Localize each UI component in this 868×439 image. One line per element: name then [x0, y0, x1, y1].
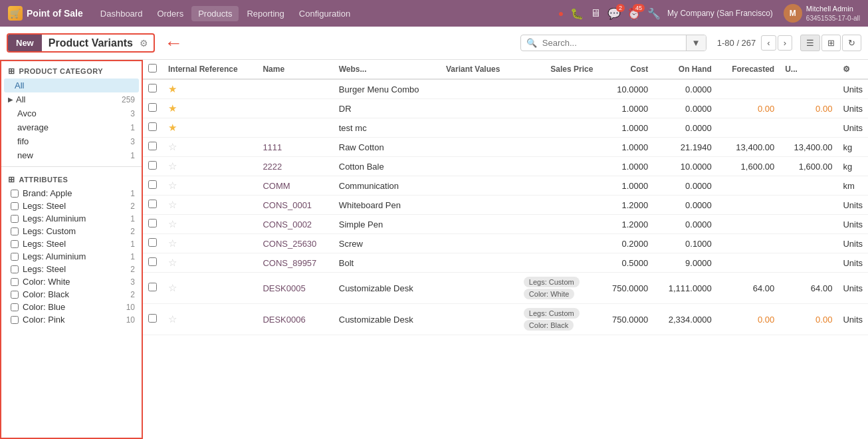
user-name: Mitchell Admin	[806, 4, 860, 13]
star-empty-icon[interactable]: ☆	[168, 141, 177, 152]
cost-cell: 0.0000	[653, 215, 717, 234]
row-checkbox[interactable]	[148, 314, 157, 323]
row-checkbox[interactable]	[148, 84, 157, 92]
price-cell: 1.0000	[598, 157, 653, 176]
star-cell[interactable]: ☆	[163, 176, 257, 196]
row-checkbox[interactable]	[148, 103, 157, 112]
bug-icon[interactable]: 🐛	[570, 7, 584, 20]
star-cell[interactable]: ☆	[163, 234, 257, 253]
monitor-icon[interactable]: 🖥	[590, 7, 601, 19]
star-cell[interactable]: ☆	[163, 253, 257, 273]
filter-legs-steel-2[interactable]: Legs: Steel 1	[1, 237, 142, 250]
search-dropdown-button[interactable]: ▼	[686, 35, 706, 51]
filter-label: Legs: Steel	[23, 201, 66, 211]
nav-orders[interactable]: Orders	[150, 6, 190, 21]
col-onhand[interactable]: On Hand	[653, 60, 717, 79]
wrench-icon[interactable]: 🔧	[647, 7, 661, 20]
ref-cell: DESK0006	[257, 304, 333, 335]
ref-cell: CONS_0002	[257, 215, 333, 234]
star-empty-icon[interactable]: ☆	[168, 218, 177, 229]
nav-dashboard[interactable]: Dashboard	[94, 6, 150, 21]
row-checkbox[interactable]	[148, 122, 157, 131]
chat-icon[interactable]: 💬2	[607, 7, 621, 20]
col-settings[interactable]: ⚙	[837, 60, 868, 79]
star-cell[interactable]: ★	[163, 99, 257, 118]
sidebar-item-all-active[interactable]: All	[4, 78, 139, 92]
filter-color-white[interactable]: Color: White 3	[1, 275, 142, 288]
col-unit[interactable]: U...	[780, 60, 837, 79]
star-filled-icon[interactable]: ★	[168, 122, 177, 133]
row-checkbox[interactable]	[148, 283, 157, 291]
filter-legs-custom[interactable]: Legs: Custom 2	[1, 225, 142, 237]
item-count: 259	[122, 95, 135, 104]
list-view-button[interactable]: ☰	[800, 35, 820, 51]
star-cell[interactable]: ☆	[163, 138, 257, 157]
filter-color-black[interactable]: Color: Black 2	[1, 288, 142, 301]
select-all-checkbox[interactable]	[148, 64, 157, 73]
search-input[interactable]	[542, 35, 686, 51]
sidebar-item-all-toggle[interactable]: ▶ All 259	[1, 92, 142, 106]
filter-color-pink[interactable]: Color: Pink 10	[1, 313, 142, 326]
star-empty-icon[interactable]: ☆	[168, 160, 177, 172]
row-checkbox[interactable]	[148, 238, 157, 247]
sidebar-item-new[interactable]: new 1	[1, 148, 142, 162]
star-empty-icon[interactable]: ☆	[168, 199, 177, 210]
prev-page-button[interactable]: ‹	[761, 35, 776, 51]
user-info[interactable]: M Mitchell Admin 63451535-17-0-all	[784, 4, 860, 23]
filter-legs-aluminium-2[interactable]: Legs: Aluminium 1	[1, 250, 142, 263]
star-cell[interactable]: ☆	[163, 304, 257, 335]
col-variant-values[interactable]: Variant Values	[441, 60, 517, 79]
nav-reporting[interactable]: Reporting	[240, 6, 290, 21]
refresh-button[interactable]: ↻	[842, 35, 861, 51]
filter-legs-aluminium-1[interactable]: Legs: Aluminium 1	[1, 212, 142, 225]
star-filled-icon[interactable]: ★	[168, 102, 177, 114]
sidebar-label: fifo	[17, 136, 29, 146]
filter-brand-apple[interactable]: Brand: Apple 1	[1, 187, 142, 200]
col-name[interactable]: Name	[257, 60, 333, 79]
star-cell[interactable]: ★	[163, 79, 257, 99]
filter-color-blue[interactable]: Color: Blue 10	[1, 301, 142, 313]
webs-cell	[441, 196, 517, 215]
next-page-button[interactable]: ›	[778, 35, 792, 51]
sidebar-item-avco[interactable]: Avco 3	[1, 106, 142, 120]
col-sales-price[interactable]: Sales Price	[517, 60, 599, 79]
clock-icon[interactable]: ⏰45	[627, 7, 641, 20]
star-cell[interactable]: ☆	[163, 196, 257, 215]
sidebar-item-average[interactable]: average 1	[1, 120, 142, 134]
col-internal-ref[interactable]: Internal Reference	[163, 60, 257, 79]
row-checkbox[interactable]	[148, 219, 157, 227]
star-cell[interactable]: ☆	[163, 273, 257, 304]
row-checkbox[interactable]	[148, 180, 157, 189]
star-empty-icon[interactable]: ☆	[168, 180, 177, 191]
brand[interactable]: 🛒 Point of Sale	[8, 6, 83, 21]
star-cell[interactable]: ★	[163, 118, 257, 138]
star-empty-icon[interactable]: ☆	[168, 282, 177, 293]
star-empty-icon[interactable]: ☆	[168, 313, 177, 325]
sidebar-label: All	[16, 94, 25, 104]
star-filled-icon[interactable]: ★	[168, 83, 177, 94]
row-checkbox[interactable]	[148, 257, 157, 266]
nav-configuration[interactable]: Configuration	[292, 6, 357, 21]
row-checkbox[interactable]	[148, 200, 157, 208]
sidebar-item-fifo[interactable]: fifo 3	[1, 134, 142, 148]
col-forecasted[interactable]: Forecasted	[717, 60, 780, 79]
price-cell: 1.0000	[598, 176, 653, 196]
star-empty-icon[interactable]: ☆	[168, 257, 177, 268]
webs-cell	[441, 79, 517, 99]
row-checkbox[interactable]	[148, 161, 157, 170]
name-cell: Whiteboard Pen	[334, 196, 441, 215]
name-cell: Customizable Desk	[334, 304, 441, 335]
new-button[interactable]: New	[8, 35, 42, 51]
status-icon[interactable]: ●	[558, 8, 564, 19]
col-website[interactable]: Webs...	[334, 60, 441, 79]
star-cell[interactable]: ☆	[163, 215, 257, 234]
filter-legs-steel-1[interactable]: Legs: Steel 2	[1, 200, 142, 212]
star-cell[interactable]: ☆	[163, 157, 257, 176]
grid-view-button[interactable]: ⊞	[821, 35, 841, 51]
filter-legs-steel-3[interactable]: Legs: Steel 2	[1, 263, 142, 275]
row-checkbox[interactable]	[148, 142, 157, 150]
settings-icon[interactable]: ⚙	[140, 38, 154, 49]
col-cost[interactable]: Cost	[598, 60, 653, 79]
star-empty-icon[interactable]: ☆	[168, 237, 177, 249]
nav-products[interactable]: Products	[191, 6, 239, 21]
